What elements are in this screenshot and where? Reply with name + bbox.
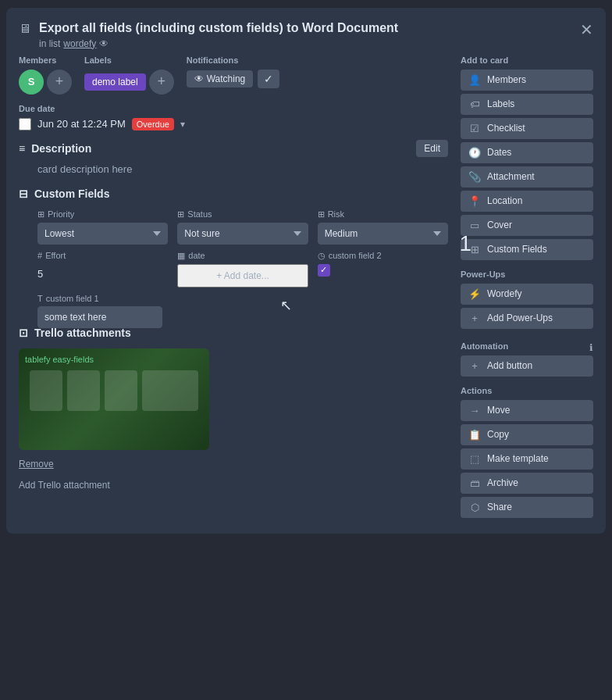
- risk-select[interactable]: Low Medium High: [318, 223, 448, 245]
- field-effort: # Effort 5: [37, 251, 168, 288]
- sidebar-wordefy-button[interactable]: ⚡ Wordefy: [461, 284, 593, 305]
- main-content: Members S + Labels demo label +: [19, 55, 448, 521]
- watching-check-button[interactable]: ✓: [258, 70, 279, 88]
- description-icon: ≡: [19, 142, 25, 155]
- attachments-title-text: Trello attachments: [34, 327, 131, 339]
- close-button[interactable]: ✕: [577, 17, 596, 42]
- field-date: ▦ date + Add date...: [177, 251, 308, 288]
- attachment-thumb-inner: tablefy easy-fields: [19, 348, 209, 450]
- power-ups-title: Power-Ups: [461, 270, 593, 279]
- attachment-card-2: [67, 370, 100, 411]
- eye-icon: 👁: [99, 38, 109, 49]
- field-risk: ⊞ Risk Low Medium High 1: [318, 209, 448, 245]
- archive-label: Archive: [487, 477, 518, 488]
- attachment-cards-row: [30, 370, 198, 411]
- description-text: card description here: [19, 163, 448, 175]
- add-power-ups-label: Add Power-Ups: [487, 312, 553, 323]
- list-name-link[interactable]: wordefy: [63, 38, 96, 49]
- sidebar-move-button[interactable]: → Move: [461, 400, 593, 421]
- add-button-icon: +: [468, 360, 481, 372]
- sidebar-labels-button[interactable]: 🏷 Labels: [461, 94, 593, 115]
- sidebar-custom-fields-button[interactable]: ⊞ Custom Fields: [461, 239, 593, 260]
- move-label: Move: [487, 405, 510, 416]
- field-risk-label: ⊞ Risk: [318, 209, 448, 220]
- remove-attachment-button[interactable]: Remove: [19, 459, 54, 470]
- share-label: Share: [487, 502, 512, 512]
- description-title: ≡ Description: [19, 142, 91, 155]
- sidebar-members-button[interactable]: 👤 Members: [461, 70, 593, 91]
- field-date-label: ▦ date: [177, 251, 308, 261]
- sidebar-dates-button[interactable]: 🕐 Dates: [461, 142, 593, 163]
- sidebar-add-power-ups-button[interactable]: + Add Power-Ups: [461, 308, 593, 329]
- notifications-section: Notifications 👁 Watching ✓: [187, 55, 280, 95]
- custom-fields-section: ⊟ Custom Fields ⊞ Priority: [19, 188, 448, 314]
- attachment-sidebar-icon: 📎: [468, 171, 481, 183]
- sidebar-checklist-button[interactable]: ☑ Checklist: [461, 118, 593, 139]
- description-title-text: Description: [31, 142, 91, 155]
- modal-overlay: 🖥 Export all fields (including custom fi…: [0, 0, 612, 700]
- due-date-label: Due date: [19, 104, 448, 113]
- field-custom1-label: T custom field 1: [37, 294, 162, 303]
- sidebar-add-button-button[interactable]: + Add button: [461, 355, 593, 377]
- sidebar-share-button[interactable]: ⬡ Share: [461, 497, 593, 518]
- attachment-sidebar-label: Attachment: [487, 171, 535, 182]
- location-sidebar-label: Location: [487, 195, 522, 206]
- attachment-thumbnail: tablefy easy-fields: [19, 348, 209, 450]
- sidebar-archive-button[interactable]: 🗃 Archive: [461, 473, 593, 494]
- sidebar-make-template-button[interactable]: ⬚ Make template: [461, 448, 593, 470]
- modal-body: Members S + Labels demo label +: [19, 55, 593, 521]
- members-row: S +: [19, 70, 72, 95]
- risk-label-text: Risk: [328, 209, 344, 219]
- location-sidebar-icon: 📍: [468, 195, 481, 207]
- add-label-button[interactable]: +: [149, 70, 174, 95]
- priority-select[interactable]: Lowest Low Medium High Critical: [37, 223, 168, 245]
- risk-icon: ⊞: [318, 209, 325, 220]
- add-member-button[interactable]: +: [47, 70, 72, 95]
- add-to-card-title: Add to card: [461, 55, 593, 65]
- labels-label: Labels: [84, 55, 174, 65]
- make-template-label: Make template: [487, 453, 549, 464]
- edit-description-button[interactable]: Edit: [416, 140, 448, 157]
- attachments-section: ⊡ Trello attachments tablefy easy-fields: [19, 327, 448, 494]
- field-custom2-label: ◷ custom field 2: [318, 251, 448, 261]
- document-icon: 🖥: [19, 22, 31, 36]
- due-date-section: Due date Jun 20 at 12:24 PM Overdue ▾: [19, 104, 448, 130]
- sidebar-location-button[interactable]: 📍 Location: [461, 191, 593, 212]
- custom1-input[interactable]: [37, 306, 162, 328]
- overdue-badge: Overdue: [132, 118, 174, 130]
- members-label: Members: [19, 55, 72, 65]
- notifications-label: Notifications: [187, 55, 280, 65]
- sidebar-cover-button[interactable]: ▭ Cover: [461, 215, 593, 236]
- custom2-checkbox[interactable]: ✓: [318, 264, 330, 277]
- attachment-icon: ⊡: [19, 327, 28, 339]
- dates-sidebar-icon: 🕐: [468, 147, 481, 159]
- custom-fields-sidebar-label: Custom Fields: [487, 244, 547, 255]
- add-attachment-button[interactable]: Add Trello attachment: [19, 477, 110, 494]
- move-icon: →: [468, 405, 481, 416]
- field-priority: ⊞ Priority Lowest Low Medium High Critic…: [37, 209, 168, 245]
- labels-sidebar-icon: 🏷: [468, 98, 481, 110]
- description-section: ≡ Description Edit card description here: [19, 140, 448, 175]
- custom-fields-row-2: # Effort 5 ▦ date + Add date...: [19, 251, 448, 288]
- avatar[interactable]: S: [19, 70, 44, 95]
- status-select[interactable]: Not sure Todo In Progress Done: [177, 223, 308, 245]
- effort-label-text: Effort: [45, 251, 66, 260]
- automation-title: Automation: [461, 341, 508, 351]
- field-effort-label: # Effort: [37, 251, 168, 260]
- due-date-dropdown-arrow[interactable]: ▾: [180, 119, 185, 130]
- attachment-label: tablefy easy-fields: [25, 355, 94, 364]
- watching-button[interactable]: 👁 Watching: [187, 70, 254, 88]
- copy-icon: 📋: [468, 429, 481, 441]
- sidebar-copy-button[interactable]: 📋 Copy: [461, 424, 593, 445]
- custom-fields-icon: ⊟: [19, 188, 28, 200]
- sidebar-attachment-button[interactable]: 📎 Attachment: [461, 166, 593, 188]
- copy-label: Copy: [487, 429, 509, 440]
- label-chip[interactable]: demo label: [84, 73, 146, 91]
- cover-sidebar-icon: ▭: [468, 220, 481, 231]
- add-date-button[interactable]: + Add date...: [177, 264, 308, 288]
- labels-sidebar-label: Labels: [487, 98, 514, 109]
- priority-label-text: Priority: [48, 209, 74, 219]
- due-date-checkbox[interactable]: [19, 118, 31, 130]
- labels-row: demo label +: [84, 70, 174, 95]
- effort-value: 5: [37, 263, 168, 284]
